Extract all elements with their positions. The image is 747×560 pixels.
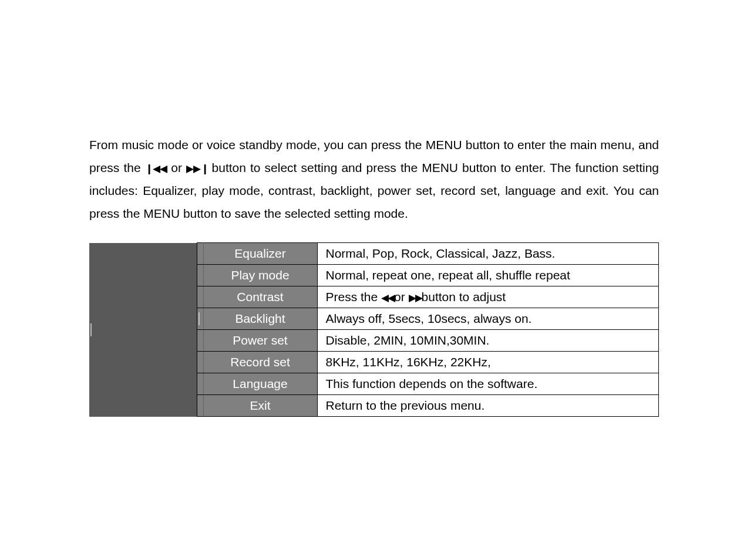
- setting-name: Equalizer: [203, 243, 317, 265]
- setting-name: Power set: [203, 330, 317, 352]
- setting-name: Exit: [203, 395, 317, 417]
- contrast-desc-before: Press the: [326, 290, 382, 303]
- setting-name: Play mode: [203, 265, 317, 286]
- spacer-col: [197, 243, 203, 265]
- settings-table-body: Equalizer Normal, Pop, Rock, Classical, …: [89, 243, 659, 417]
- prev-track-icon: ❙◀◀: [145, 163, 167, 174]
- setting-desc: Disable, 2MIN, 10MIN,30MIN.: [317, 330, 659, 352]
- spacer-col: [197, 330, 203, 352]
- spacer-col: [197, 308, 203, 330]
- setting-name: Language: [203, 373, 317, 395]
- setting-name: Backlight: [203, 308, 317, 330]
- setting-desc: Normal, repeat one, repeat all, shuffle …: [317, 265, 659, 286]
- setting-desc: Press the ◀◀or ▶▶button to adjust: [317, 286, 659, 308]
- setting-name: Record set: [203, 352, 317, 373]
- rewind-icon: ◀◀: [381, 292, 394, 303]
- fast-forward-icon: ▶▶: [409, 292, 422, 303]
- spacer-col: [197, 352, 203, 373]
- setting-desc: This function depends on the software.: [317, 373, 659, 395]
- setting-desc: Normal, Pop, Rock, Classical, Jazz, Bass…: [317, 243, 659, 265]
- table-row: Equalizer Normal, Pop, Rock, Classical, …: [89, 243, 659, 265]
- setting-name: Contrast: [203, 286, 317, 308]
- intro-paragraph: From music mode or voice standby mode, y…: [89, 134, 659, 225]
- intro-text-2: or: [167, 161, 186, 174]
- setting-desc: Return to the previous menu.: [317, 395, 659, 417]
- category-column: [89, 243, 197, 417]
- settings-table: Equalizer Normal, Pop, Rock, Classical, …: [89, 242, 659, 417]
- contrast-desc-after: button to adjust: [422, 290, 506, 303]
- contrast-desc-mid: or: [394, 290, 409, 303]
- spacer-col: [197, 286, 203, 308]
- spacer-col: [197, 395, 203, 417]
- spacer-col: [197, 265, 203, 286]
- setting-desc: Always off, 5secs, 10secs, always on.: [317, 308, 659, 330]
- setting-desc: 8KHz, 11KHz, 16KHz, 22KHz,: [317, 352, 659, 373]
- spacer-col: [197, 373, 203, 395]
- next-track-icon: ▶▶❙: [186, 163, 207, 174]
